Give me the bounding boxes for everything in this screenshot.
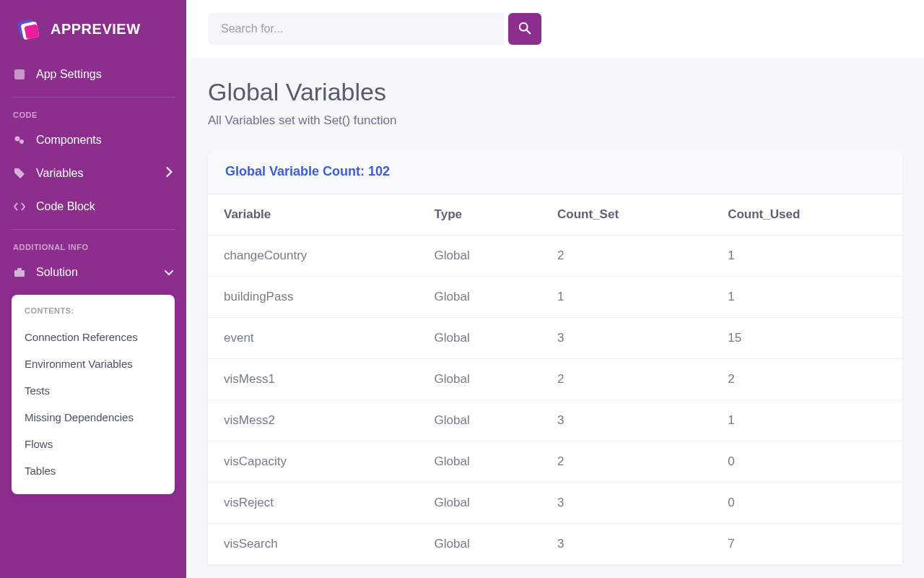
table-header-row: Variable Type Count_Set Count_Used (208, 194, 902, 236)
submenu-item-flows[interactable]: Flows (25, 431, 162, 457)
cell-count_set: 3 (541, 524, 712, 565)
submenu-item-missing-dependencies[interactable]: Missing Dependencies (25, 404, 162, 431)
search-icon (518, 22, 531, 37)
search-button[interactable] (508, 13, 541, 45)
col-count-set: Count_Set (541, 194, 712, 236)
cell-count_used: 1 (712, 277, 902, 318)
cell-count_used: 15 (712, 318, 902, 359)
cell-variable: changeCountry (208, 236, 419, 277)
cell-variable: event (208, 318, 419, 359)
gears-icon (13, 134, 26, 147)
content-area: Global Variables All Variables set with … (186, 58, 924, 578)
table-row[interactable]: visSearchGlobal37 (208, 524, 902, 565)
topbar (186, 0, 924, 58)
cell-count_used: 7 (712, 524, 902, 565)
tag-icon (13, 167, 26, 180)
code-icon (13, 200, 26, 213)
cell-count_used: 1 (712, 400, 902, 441)
search-input[interactable] (208, 13, 504, 45)
cell-variable: visReject (208, 483, 419, 524)
submenu-item-environment-variables[interactable]: Environment Variables (25, 350, 162, 377)
page-title: Global Variables (208, 78, 902, 106)
cell-count_set: 2 (541, 441, 712, 483)
col-count-used: Count_Used (712, 194, 902, 236)
cell-variable: buildingPass (208, 277, 419, 318)
sidebar-item-label: App Settings (36, 68, 102, 81)
main-content: Global Variables All Variables set with … (186, 0, 924, 578)
search-wrap (208, 13, 902, 45)
svg-point-5 (19, 139, 24, 144)
cell-variable: visMess2 (208, 400, 419, 441)
sidebar-item-variables[interactable]: Variables (0, 157, 186, 190)
sidebar-section-code: CODE (0, 103, 186, 124)
cell-count_set: 3 (541, 400, 712, 441)
cell-type: Global (419, 441, 541, 483)
col-type: Type (419, 194, 541, 236)
table-row[interactable]: visMess1Global22 (208, 359, 902, 400)
cell-type: Global (419, 318, 541, 359)
variables-card: Global Variable Count: 102 Variable Type… (208, 150, 902, 565)
sidebar-item-code-block[interactable]: Code Block (0, 190, 186, 223)
sidebar-item-label: Variables (36, 167, 84, 180)
table-row[interactable]: visCapacityGlobal20 (208, 441, 902, 483)
cell-count_set: 1 (541, 277, 712, 318)
table-row[interactable]: changeCountryGlobal21 (208, 236, 902, 277)
page-subtitle: All Variables set with Set() function (208, 113, 902, 128)
submenu-item-connection-references[interactable]: Connection References (25, 324, 162, 350)
svg-rect-2 (24, 24, 39, 39)
submenu-item-tables[interactable]: Tables (25, 457, 162, 484)
svg-line-9 (527, 30, 531, 33)
cell-type: Global (419, 400, 541, 441)
logo-icon (14, 16, 40, 42)
brand-name: APPREVIEW (51, 21, 141, 38)
col-variable: Variable (208, 194, 419, 236)
cell-variable: visCapacity (208, 441, 419, 483)
chevron-down-icon (165, 266, 173, 279)
cell-variable: visSearch (208, 524, 419, 565)
brand-logo: APPREVIEW (0, 0, 186, 58)
variable-count-label: Global Variable Count: 102 (225, 164, 885, 179)
table-row[interactable]: visRejectGlobal30 (208, 483, 902, 524)
svg-rect-3 (14, 69, 25, 79)
sidebar-item-label: Components (36, 134, 102, 147)
cell-count_set: 3 (541, 483, 712, 524)
table-row[interactable]: eventGlobal315 (208, 318, 902, 359)
sidebar: APPREVIEW App Settings CODE Components V… (0, 0, 186, 578)
cell-count_set: 3 (541, 318, 712, 359)
cell-type: Global (419, 277, 541, 318)
svg-rect-7 (17, 268, 22, 270)
cell-type: Global (419, 359, 541, 400)
sidebar-item-label: Solution (36, 266, 78, 279)
briefcase-icon (13, 266, 26, 279)
submenu-heading: CONTENTS: (25, 306, 162, 315)
sidebar-item-label: Code Block (36, 200, 95, 213)
svg-point-4 (15, 137, 20, 142)
cell-type: Global (419, 524, 541, 565)
svg-rect-6 (14, 270, 25, 277)
chevron-right-icon (166, 167, 173, 180)
table-row[interactable]: visMess2Global31 (208, 400, 902, 441)
settings-square-icon (13, 68, 26, 81)
sidebar-item-components[interactable]: Components (0, 124, 186, 157)
cell-variable: visMess1 (208, 359, 419, 400)
submenu-item-tests[interactable]: Tests (25, 377, 162, 404)
solution-submenu: CONTENTS: Connection References Environm… (12, 295, 175, 494)
sidebar-item-app-settings[interactable]: App Settings (0, 58, 186, 91)
divider (12, 97, 175, 98)
sidebar-item-solution[interactable]: Solution (0, 256, 186, 289)
variables-table: Variable Type Count_Set Count_Used chang… (208, 194, 902, 565)
sidebar-section-additional: ADDITIONAL INFO (0, 236, 186, 256)
cell-type: Global (419, 483, 541, 524)
cell-count_used: 0 (712, 441, 902, 483)
cell-count_used: 2 (712, 359, 902, 400)
cell-count_set: 2 (541, 236, 712, 277)
divider (12, 229, 175, 230)
cell-count_set: 2 (541, 359, 712, 400)
cell-count_used: 1 (712, 236, 902, 277)
cell-type: Global (419, 236, 541, 277)
cell-count_used: 0 (712, 483, 902, 524)
table-row[interactable]: buildingPassGlobal11 (208, 277, 902, 318)
card-header: Global Variable Count: 102 (208, 150, 902, 194)
